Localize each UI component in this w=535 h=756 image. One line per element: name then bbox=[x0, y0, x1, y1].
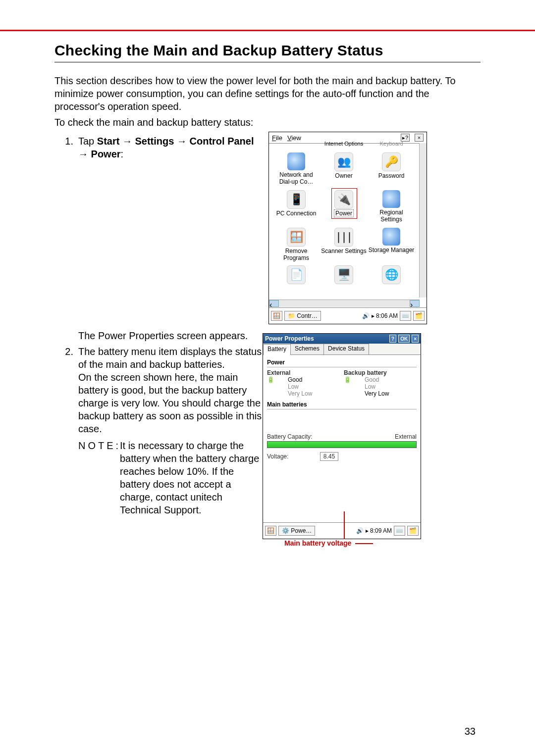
menu-view[interactable]: View bbox=[287, 134, 301, 142]
callout-connector bbox=[355, 543, 373, 544]
extra2-icon: 🖥️ bbox=[334, 265, 353, 284]
group-main-rule bbox=[267, 409, 417, 409]
taskbar-app[interactable]: ⚙️ Powe… bbox=[278, 526, 315, 536]
callout-voltage: Main battery voltage bbox=[284, 539, 373, 548]
step1-suffix: : bbox=[121, 149, 124, 159]
cp-item-extra-2[interactable]: 🖥️ bbox=[321, 265, 367, 285]
screenshot-power-properties: Power Properties ? OK × Battery Schemes … bbox=[263, 333, 421, 539]
regional-icon bbox=[382, 190, 400, 208]
sip-button[interactable]: ⌨️ bbox=[400, 311, 411, 321]
screenshot-control-panel: File View ▸? × Internet Options Keyboard… bbox=[268, 132, 427, 324]
external-verylow: Very Low bbox=[288, 390, 312, 397]
callout-line bbox=[344, 511, 345, 539]
horizontal-scrollbar[interactable]: ‹› bbox=[269, 300, 420, 307]
window-title: Power Properties bbox=[265, 335, 314, 342]
cp-item-remove-programs[interactable]: 🪟Remove Programs bbox=[273, 228, 320, 261]
intro-lead: To check the main and backup battery sta… bbox=[54, 116, 481, 129]
cp-item-network[interactable]: Network and Dial-up Co… bbox=[273, 152, 320, 185]
group-power-rule bbox=[267, 367, 417, 367]
owner-icon: 👥 bbox=[334, 152, 353, 171]
hscroll-left-button[interactable]: ‹ bbox=[269, 300, 279, 307]
password-icon: 🔑 bbox=[382, 152, 401, 171]
backup-low: Low bbox=[365, 383, 389, 390]
cp-item-extra-1[interactable]: 📄 bbox=[273, 265, 320, 285]
tab-schemes[interactable]: Schemes bbox=[290, 344, 324, 354]
backup-heading: Backup battery bbox=[344, 369, 417, 376]
step-number-2: 2. bbox=[54, 345, 78, 435]
cp-item-pc-connection[interactable]: 📱PC Connection bbox=[273, 190, 320, 217]
vertical-scrollbar[interactable] bbox=[419, 143, 427, 298]
scanner-icon: ∣∣∣ bbox=[334, 228, 353, 247]
start-button[interactable]: 🪟 bbox=[265, 526, 276, 536]
pc-connection-icon: 📱 bbox=[287, 190, 306, 209]
title-rule bbox=[54, 62, 481, 62]
tab-bar: Battery Schemes Device Status bbox=[263, 344, 421, 355]
titlebar-close-button[interactable]: × bbox=[412, 335, 419, 343]
cp-item-power[interactable]: 🔌 Power bbox=[321, 190, 367, 217]
tray-icon[interactable]: 🔊 bbox=[362, 312, 370, 319]
desktop-button[interactable]: 🗂️ bbox=[407, 526, 419, 536]
desktop-button[interactable]: 🗂️ bbox=[413, 311, 425, 321]
cp-item-password[interactable]: 🔑Password bbox=[368, 152, 415, 179]
voltage-value: 8.45 bbox=[320, 452, 338, 461]
taskbar: 🪟 📁 Contr… 🔊 ▸ 8:06 AM ⌨️ 🗂️ bbox=[269, 307, 427, 324]
group-power-label: Power bbox=[267, 359, 417, 366]
page-title: Checking the Main and Backup Battery Sta… bbox=[54, 42, 481, 59]
cp-item-owner[interactable]: 👥Owner bbox=[321, 152, 367, 179]
backup-verylow: Very Low bbox=[365, 390, 389, 397]
voltage-label: Voltage: bbox=[267, 453, 288, 460]
cp-item-keyboard[interactable]: Keyboard bbox=[368, 141, 415, 147]
cp-item-extra-3[interactable]: 🌐 bbox=[368, 265, 415, 285]
group-main-label: Main batteries bbox=[267, 401, 417, 408]
note: NOTE: It is necessary to charge the batt… bbox=[54, 439, 263, 516]
cp-item-internet-options[interactable]: Internet Options bbox=[321, 141, 367, 147]
page-number: 33 bbox=[465, 726, 476, 737]
taskbar-app[interactable]: 📁 Contr… bbox=[284, 311, 321, 321]
step1-path: Start → Settings → Control Panel → Power bbox=[78, 136, 254, 159]
external-low: Low bbox=[288, 383, 312, 390]
power-highlight bbox=[331, 188, 357, 219]
extra1-icon: 📄 bbox=[287, 265, 306, 284]
step-number-1: 1. bbox=[54, 135, 78, 160]
backup-good: Good bbox=[365, 376, 389, 383]
close-icon[interactable]: × bbox=[415, 134, 424, 142]
remove-programs-icon: 🪟 bbox=[287, 228, 306, 247]
network-icon bbox=[287, 152, 305, 170]
note-text: It is necessary to charge the battery wh… bbox=[120, 439, 263, 516]
capacity-bar bbox=[267, 441, 417, 448]
tab-device-status[interactable]: Device Status bbox=[323, 344, 369, 354]
start-button[interactable]: 🪟 bbox=[271, 311, 282, 321]
step-1: 1. Tap Start → Settings → Control Panel … bbox=[54, 135, 263, 160]
step1-prefix: Tap bbox=[78, 136, 97, 147]
tab-battery[interactable]: Battery bbox=[263, 344, 291, 355]
tray-time: ▸ 8:06 AM bbox=[372, 312, 398, 319]
cp-item-scanner[interactable]: ∣∣∣Scanner Settings bbox=[321, 228, 367, 254]
hscroll-right-button[interactable]: › bbox=[410, 300, 420, 307]
cp-item-regional[interactable]: Regional Settings bbox=[368, 190, 415, 223]
intro-paragraph: This section describes how to view the p… bbox=[54, 74, 481, 113]
external-battery-icon: 🔋 bbox=[267, 376, 284, 397]
step1-result: The Power Properties screen appears. bbox=[54, 329, 263, 342]
backup-battery-icon: 🔋 bbox=[344, 376, 361, 397]
step2-a: The battery menu item displays the statu… bbox=[78, 346, 262, 370]
step-2: 2. The battery menu item displays the st… bbox=[54, 345, 263, 435]
title-bar: Power Properties ? OK × bbox=[263, 334, 421, 344]
external-good: Good bbox=[288, 376, 312, 383]
tray-time: ▸ 8:09 AM bbox=[366, 527, 392, 534]
external-heading: External bbox=[267, 369, 340, 376]
menu-file[interactable]: File bbox=[272, 134, 282, 142]
titlebar-help-button[interactable]: ? bbox=[389, 335, 396, 343]
step2-b: On the screen shown here, the main batte… bbox=[78, 372, 262, 434]
storage-icon bbox=[382, 228, 400, 246]
taskbar: 🪟 ⚙️ Powe… 🔊 ▸ 8:09 AM ⌨️ 🗂️ bbox=[263, 522, 421, 539]
cp-item-storage[interactable]: Storage Manager bbox=[368, 228, 415, 253]
capacity-label: Battery Capacity: bbox=[267, 433, 312, 440]
capacity-value: External bbox=[395, 433, 417, 440]
sip-button[interactable]: ⌨️ bbox=[394, 526, 405, 536]
tray-icon[interactable]: 🔊 bbox=[356, 527, 364, 534]
note-label: NOTE: bbox=[78, 439, 120, 516]
extra3-icon: 🌐 bbox=[382, 265, 401, 284]
header-red-rule bbox=[0, 30, 535, 31]
titlebar-ok-button[interactable]: OK bbox=[398, 335, 410, 343]
